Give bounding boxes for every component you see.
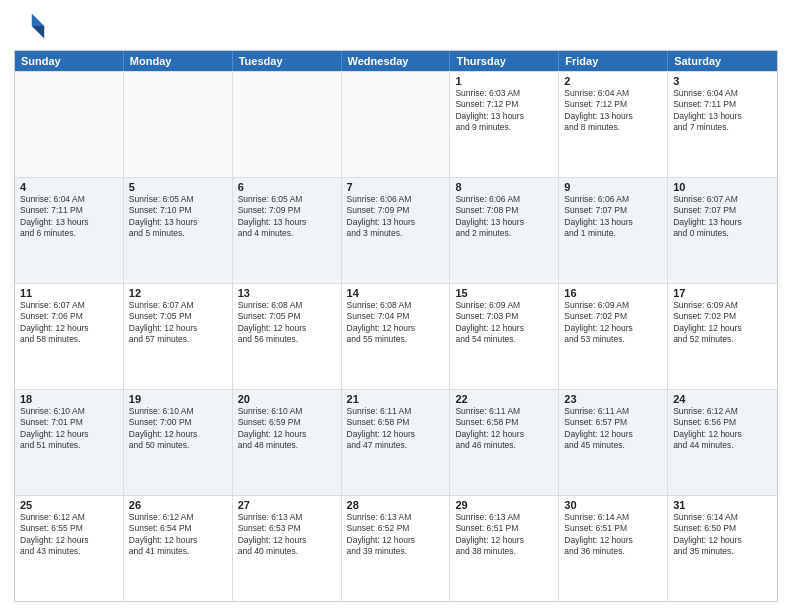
calendar-header-row: SundayMondayTuesdayWednesdayThursdayFrid…: [15, 51, 777, 71]
day-info: Sunrise: 6:04 AM Sunset: 7:11 PM Dayligh…: [673, 88, 772, 134]
calendar-cell: 19Sunrise: 6:10 AM Sunset: 7:00 PM Dayli…: [124, 390, 233, 495]
day-number: 17: [673, 287, 772, 299]
day-info: Sunrise: 6:04 AM Sunset: 7:12 PM Dayligh…: [564, 88, 662, 134]
calendar-cell: 17Sunrise: 6:09 AM Sunset: 7:02 PM Dayli…: [668, 284, 777, 389]
day-number: 11: [20, 287, 118, 299]
day-info: Sunrise: 6:12 AM Sunset: 6:56 PM Dayligh…: [673, 406, 772, 452]
day-number: 12: [129, 287, 227, 299]
day-number: 5: [129, 181, 227, 193]
calendar-cell: [124, 72, 233, 177]
day-info: Sunrise: 6:05 AM Sunset: 7:09 PM Dayligh…: [238, 194, 336, 240]
weekday-header: Saturday: [668, 51, 777, 71]
calendar-cell: 4Sunrise: 6:04 AM Sunset: 7:11 PM Daylig…: [15, 178, 124, 283]
calendar-cell: 27Sunrise: 6:13 AM Sunset: 6:53 PM Dayli…: [233, 496, 342, 601]
day-number: 21: [347, 393, 445, 405]
calendar-cell: 6Sunrise: 6:05 AM Sunset: 7:09 PM Daylig…: [233, 178, 342, 283]
day-info: Sunrise: 6:10 AM Sunset: 6:59 PM Dayligh…: [238, 406, 336, 452]
header: [14, 10, 778, 42]
day-info: Sunrise: 6:06 AM Sunset: 7:07 PM Dayligh…: [564, 194, 662, 240]
calendar-cell: 3Sunrise: 6:04 AM Sunset: 7:11 PM Daylig…: [668, 72, 777, 177]
day-info: Sunrise: 6:09 AM Sunset: 7:02 PM Dayligh…: [673, 300, 772, 346]
calendar-cell: 24Sunrise: 6:12 AM Sunset: 6:56 PM Dayli…: [668, 390, 777, 495]
calendar-cell: 2Sunrise: 6:04 AM Sunset: 7:12 PM Daylig…: [559, 72, 668, 177]
calendar-row: 1Sunrise: 6:03 AM Sunset: 7:12 PM Daylig…: [15, 71, 777, 177]
day-info: Sunrise: 6:13 AM Sunset: 6:51 PM Dayligh…: [455, 512, 553, 558]
day-number: 26: [129, 499, 227, 511]
day-number: 28: [347, 499, 445, 511]
calendar-row: 11Sunrise: 6:07 AM Sunset: 7:06 PM Dayli…: [15, 283, 777, 389]
day-number: 4: [20, 181, 118, 193]
logo-icon: [14, 10, 46, 42]
calendar-cell: 23Sunrise: 6:11 AM Sunset: 6:57 PM Dayli…: [559, 390, 668, 495]
calendar-cell: 18Sunrise: 6:10 AM Sunset: 7:01 PM Dayli…: [15, 390, 124, 495]
day-info: Sunrise: 6:09 AM Sunset: 7:02 PM Dayligh…: [564, 300, 662, 346]
day-number: 14: [347, 287, 445, 299]
day-info: Sunrise: 6:12 AM Sunset: 6:55 PM Dayligh…: [20, 512, 118, 558]
calendar-row: 4Sunrise: 6:04 AM Sunset: 7:11 PM Daylig…: [15, 177, 777, 283]
day-info: Sunrise: 6:14 AM Sunset: 6:51 PM Dayligh…: [564, 512, 662, 558]
calendar-cell: 11Sunrise: 6:07 AM Sunset: 7:06 PM Dayli…: [15, 284, 124, 389]
calendar-cell: 13Sunrise: 6:08 AM Sunset: 7:05 PM Dayli…: [233, 284, 342, 389]
day-info: Sunrise: 6:12 AM Sunset: 6:54 PM Dayligh…: [129, 512, 227, 558]
calendar-cell: 16Sunrise: 6:09 AM Sunset: 7:02 PM Dayli…: [559, 284, 668, 389]
page: SundayMondayTuesdayWednesdayThursdayFrid…: [0, 0, 792, 612]
calendar-cell: 15Sunrise: 6:09 AM Sunset: 7:03 PM Dayli…: [450, 284, 559, 389]
day-info: Sunrise: 6:14 AM Sunset: 6:50 PM Dayligh…: [673, 512, 772, 558]
day-info: Sunrise: 6:05 AM Sunset: 7:10 PM Dayligh…: [129, 194, 227, 240]
calendar-cell: 29Sunrise: 6:13 AM Sunset: 6:51 PM Dayli…: [450, 496, 559, 601]
day-number: 25: [20, 499, 118, 511]
calendar-row: 18Sunrise: 6:10 AM Sunset: 7:01 PM Dayli…: [15, 389, 777, 495]
day-info: Sunrise: 6:06 AM Sunset: 7:08 PM Dayligh…: [455, 194, 553, 240]
day-info: Sunrise: 6:07 AM Sunset: 7:07 PM Dayligh…: [673, 194, 772, 240]
day-info: Sunrise: 6:07 AM Sunset: 7:06 PM Dayligh…: [20, 300, 118, 346]
day-number: 30: [564, 499, 662, 511]
weekday-header: Friday: [559, 51, 668, 71]
weekday-header: Sunday: [15, 51, 124, 71]
day-number: 13: [238, 287, 336, 299]
weekday-header: Wednesday: [342, 51, 451, 71]
calendar-cell: [15, 72, 124, 177]
weekday-header: Monday: [124, 51, 233, 71]
day-number: 15: [455, 287, 553, 299]
calendar-cell: 10Sunrise: 6:07 AM Sunset: 7:07 PM Dayli…: [668, 178, 777, 283]
day-info: Sunrise: 6:10 AM Sunset: 7:00 PM Dayligh…: [129, 406, 227, 452]
calendar-cell: 12Sunrise: 6:07 AM Sunset: 7:05 PM Dayli…: [124, 284, 233, 389]
weekday-header: Tuesday: [233, 51, 342, 71]
day-info: Sunrise: 6:11 AM Sunset: 6:58 PM Dayligh…: [347, 406, 445, 452]
day-number: 19: [129, 393, 227, 405]
day-number: 1: [455, 75, 553, 87]
day-number: 20: [238, 393, 336, 405]
day-number: 3: [673, 75, 772, 87]
day-info: Sunrise: 6:09 AM Sunset: 7:03 PM Dayligh…: [455, 300, 553, 346]
day-number: 23: [564, 393, 662, 405]
calendar-cell: 5Sunrise: 6:05 AM Sunset: 7:10 PM Daylig…: [124, 178, 233, 283]
calendar-cell: 26Sunrise: 6:12 AM Sunset: 6:54 PM Dayli…: [124, 496, 233, 601]
day-info: Sunrise: 6:11 AM Sunset: 6:57 PM Dayligh…: [564, 406, 662, 452]
day-number: 7: [347, 181, 445, 193]
day-number: 18: [20, 393, 118, 405]
day-info: Sunrise: 6:11 AM Sunset: 6:58 PM Dayligh…: [455, 406, 553, 452]
day-info: Sunrise: 6:13 AM Sunset: 6:53 PM Dayligh…: [238, 512, 336, 558]
svg-marker-0: [32, 14, 44, 26]
day-info: Sunrise: 6:08 AM Sunset: 7:04 PM Dayligh…: [347, 300, 445, 346]
day-number: 8: [455, 181, 553, 193]
day-info: Sunrise: 6:07 AM Sunset: 7:05 PM Dayligh…: [129, 300, 227, 346]
calendar-cell: [342, 72, 451, 177]
calendar-cell: 28Sunrise: 6:13 AM Sunset: 6:52 PM Dayli…: [342, 496, 451, 601]
day-number: 29: [455, 499, 553, 511]
calendar-cell: 1Sunrise: 6:03 AM Sunset: 7:12 PM Daylig…: [450, 72, 559, 177]
calendar-cell: [233, 72, 342, 177]
calendar: SundayMondayTuesdayWednesdayThursdayFrid…: [14, 50, 778, 602]
calendar-cell: 21Sunrise: 6:11 AM Sunset: 6:58 PM Dayli…: [342, 390, 451, 495]
day-info: Sunrise: 6:08 AM Sunset: 7:05 PM Dayligh…: [238, 300, 336, 346]
calendar-cell: 25Sunrise: 6:12 AM Sunset: 6:55 PM Dayli…: [15, 496, 124, 601]
day-number: 31: [673, 499, 772, 511]
day-info: Sunrise: 6:04 AM Sunset: 7:11 PM Dayligh…: [20, 194, 118, 240]
calendar-cell: 14Sunrise: 6:08 AM Sunset: 7:04 PM Dayli…: [342, 284, 451, 389]
day-number: 6: [238, 181, 336, 193]
day-number: 27: [238, 499, 336, 511]
day-number: 24: [673, 393, 772, 405]
calendar-cell: 9Sunrise: 6:06 AM Sunset: 7:07 PM Daylig…: [559, 178, 668, 283]
weekday-header: Thursday: [450, 51, 559, 71]
calendar-cell: 20Sunrise: 6:10 AM Sunset: 6:59 PM Dayli…: [233, 390, 342, 495]
